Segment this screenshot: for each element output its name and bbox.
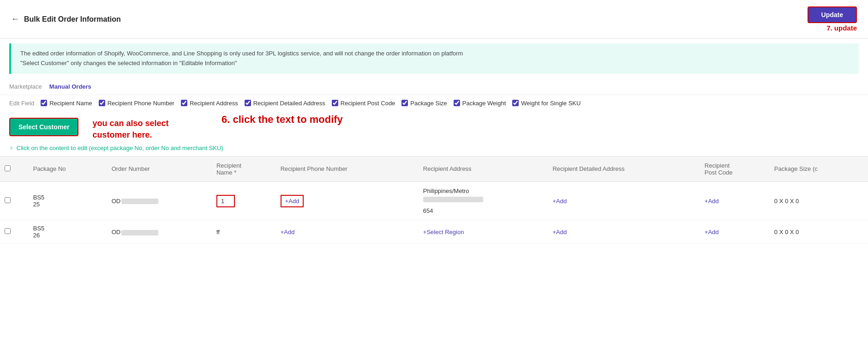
- select-customer-annotation: you can also select customer here.: [92, 118, 168, 141]
- checkbox-weight-single-sku[interactable]: Weight for Single SKU: [512, 100, 581, 107]
- row2-phone[interactable]: +Add: [276, 220, 419, 244]
- checkbox-recipient-name[interactable]: Recipient Name: [41, 100, 92, 107]
- col-recipient-detailed-address: Recipient Detailed Address: [548, 157, 700, 182]
- row2-post-code[interactable]: +Add: [700, 220, 770, 244]
- click-to-modify-annotation: 6. click the text to modify: [221, 114, 343, 126]
- col-recipient-name: RecipientName *: [212, 157, 276, 182]
- row2-address[interactable]: +Select Region: [419, 220, 548, 244]
- checkbox-recipient-address[interactable]: Recipient Address: [181, 100, 238, 107]
- row1-recipient-name[interactable]: 1: [212, 181, 276, 220]
- col-recipient-phone: Recipient Phone Number: [276, 157, 419, 182]
- checkbox-recipient-phone[interactable]: Recipient Phone Number: [99, 100, 174, 107]
- row1-address[interactable]: Philippines/Metro 654: [419, 181, 548, 220]
- row1-order-number: OD: [107, 181, 212, 220]
- hint-text: Click on the content to edit (except pac…: [17, 145, 223, 151]
- banner-line2: "Select Customer" only changes the selec…: [20, 59, 850, 68]
- row2-detailed-address[interactable]: +Add: [548, 220, 700, 244]
- back-arrow-icon[interactable]: ←: [11, 14, 19, 24]
- col-order-number: Order Number: [107, 157, 212, 182]
- row1-name-input[interactable]: 1: [216, 195, 235, 207]
- header-left: ← Bulk Edit Order Information: [11, 14, 121, 24]
- row1-phone-input[interactable]: +Add: [281, 195, 304, 207]
- col-recipient-address: Recipient Address: [419, 157, 548, 182]
- row1-post-code[interactable]: +Add: [700, 181, 770, 220]
- page-title: Bulk Edit Order Information: [24, 15, 121, 24]
- checkbox-package-size[interactable]: Package Size: [401, 100, 447, 107]
- row2-order-number: OD: [107, 220, 212, 244]
- banner-line1: The edited order information of Shopify,…: [20, 49, 850, 59]
- row2-package-size: 0 X 0 X 0: [770, 220, 868, 244]
- row1-phone[interactable]: +Add: [276, 181, 419, 220]
- header-right: Update 7. update: [808, 6, 857, 32]
- checkbox-recipient-post-code[interactable]: Recipient Post Code: [332, 100, 395, 107]
- row1-detailed-address[interactable]: +Add: [548, 181, 700, 220]
- row2-recipient-name[interactable]: ff: [212, 220, 276, 244]
- filter-row: Marketplace Manual Orders: [0, 78, 868, 95]
- manual-orders-tab[interactable]: Manual Orders: [49, 83, 91, 90]
- checkbox-recipient-detailed-address[interactable]: Recipient Detailed Address: [245, 100, 325, 107]
- row1-checkbox: [0, 181, 29, 220]
- table-row: BS5 26 OD ff +Add +Select Region +Add +A…: [0, 220, 868, 244]
- row1-package-size: 0 X 0 X 0: [770, 181, 868, 220]
- marketplace-label: Marketplace: [9, 83, 42, 90]
- edit-field-row: Edit Field Recipient Name Recipient Phon…: [0, 95, 868, 111]
- row1-package-no: BS5 25: [29, 181, 107, 220]
- select-customer-button[interactable]: Select Customer: [9, 118, 78, 136]
- update-annotation: 7. update: [826, 24, 857, 32]
- select-customer-row: Select Customer you can also select cust…: [0, 111, 868, 143]
- row2-checkbox: [0, 220, 29, 244]
- table-row: BS5 25 OD 1 +Add Philippines/Metro 654: [0, 181, 868, 220]
- edit-field-label: Edit Field: [9, 100, 34, 107]
- col-recipient-post-code: RecipientPost Code: [700, 157, 770, 182]
- info-banner: The edited order information of Shopify,…: [9, 43, 859, 74]
- col-package-no: Package No: [29, 157, 107, 182]
- table-wrapper: Package No Order Number RecipientName * …: [0, 156, 868, 244]
- header: ← Bulk Edit Order Information Update 7. …: [0, 0, 868, 39]
- orders-table: Package No Order Number RecipientName * …: [0, 157, 868, 244]
- update-button[interactable]: Update: [808, 6, 857, 23]
- table-header-row: Package No Order Number RecipientName * …: [0, 157, 868, 182]
- col-checkbox: [0, 157, 29, 182]
- col-package-size: Package Size (c: [770, 157, 868, 182]
- checkbox-package-weight[interactable]: Package Weight: [454, 100, 506, 107]
- click-hint: ♀ Click on the content to edit (except p…: [0, 143, 868, 156]
- row2-package-no: BS5 26: [29, 220, 107, 244]
- hint-icon: ♀: [9, 145, 14, 151]
